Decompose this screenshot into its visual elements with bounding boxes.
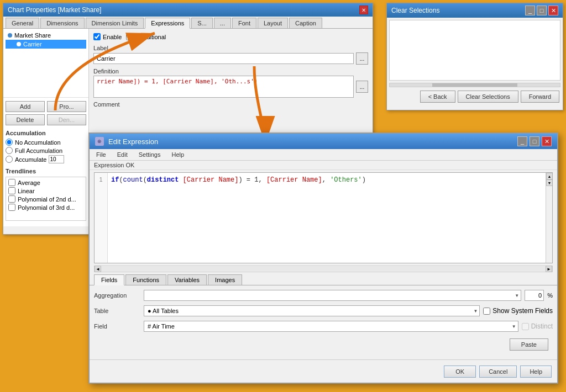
conditional-checkbox[interactable] — [126, 33, 133, 40]
accumulate-option[interactable]: Accumulate — [6, 155, 86, 163]
paste-button[interactable]: Paste — [510, 338, 548, 351]
distinct-checkbox[interactable] — [522, 323, 529, 330]
no-accumulation-radio[interactable] — [6, 139, 13, 146]
sub-tab-fields[interactable]: Fields — [94, 274, 124, 285]
h-scroll-left[interactable]: ◄ — [95, 266, 101, 272]
show-system-fields-wrapper: Show System Fields — [483, 307, 553, 315]
trend-poly3[interactable]: Polynomial of 3rd d... — [7, 203, 85, 211]
chart-close-btn[interactable]: ✕ — [359, 6, 368, 14]
enable-checkbox[interactable] — [93, 33, 101, 40]
help-button[interactable]: Help — [520, 365, 552, 378]
demi-button[interactable]: Den... — [47, 114, 86, 125]
menu-settings[interactable]: Settings — [134, 150, 165, 159]
trend-poly2[interactable]: Polynomial of 2nd d... — [7, 195, 85, 203]
field-select[interactable]: # Air Time — [144, 321, 518, 332]
trend-average-check[interactable] — [8, 179, 15, 186]
tab-layout[interactable]: Layout — [258, 18, 288, 28]
line-numbers: 1 — [95, 173, 108, 263]
aggregation-select[interactable] — [144, 290, 521, 301]
v-scroll-down[interactable]: ▼ — [546, 179, 553, 186]
tree-item-carrier[interactable]: Carrier — [6, 40, 86, 49]
trendlines-section: Trendlines Average Linear Polynomial — [6, 168, 86, 221]
trendlines-title: Trendlines — [6, 168, 86, 174]
tab-dimension-limits[interactable]: Dimension Limits — [86, 18, 144, 28]
tab-general[interactable]: General — [6, 18, 39, 28]
h-scroll-track[interactable] — [101, 267, 546, 271]
sel-max-btn[interactable]: □ — [537, 6, 547, 15]
add-button[interactable]: Add — [6, 101, 45, 112]
enable-checkbox-label[interactable]: Enable — [93, 33, 122, 40]
trend-average[interactable]: Average — [7, 178, 85, 187]
label-row: Label ... — [93, 45, 368, 65]
tree-label-market-share: Market Share — [14, 32, 51, 39]
promo-button[interactable]: Pro... — [47, 101, 86, 112]
sub-tab-images[interactable]: Images — [208, 274, 242, 285]
menu-file[interactable]: File — [92, 150, 111, 159]
definition-ellipsis-btn[interactable]: ... — [356, 81, 368, 93]
tab-dimensions[interactable]: Dimensions — [40, 18, 84, 28]
back-button[interactable]: < Back — [420, 91, 455, 103]
code-area[interactable]: if(count(distinct [Carrier Name]) = 1, [… — [95, 173, 552, 187]
clear-selections-button[interactable]: Clear Selections — [458, 91, 518, 103]
v-scrollbar[interactable]: ▲ ▼ — [546, 173, 552, 263]
full-accumulation-option[interactable]: Full Accumulation — [6, 147, 86, 154]
tree-item-market-share[interactable]: Market Share — [6, 31, 86, 40]
chart-properties-title: Chart Properties [Market Share] — [8, 6, 101, 14]
tab-font[interactable]: Font — [232, 18, 256, 28]
menu-help[interactable]: Help — [167, 150, 188, 159]
tab-ellipsis[interactable]: ... — [214, 18, 231, 28]
table-select-wrapper[interactable]: ● All Tables ▼ — [144, 305, 480, 316]
trend-poly2-check[interactable] — [8, 195, 15, 203]
no-accumulation-option[interactable]: No Accumulation — [6, 139, 86, 146]
sub-tab-functions[interactable]: Functions — [125, 274, 166, 285]
table-row: Table ● All Tables ▼ Show System Fields — [94, 305, 553, 316]
cancel-button[interactable]: Cancel — [479, 365, 517, 378]
sel-scrollbar[interactable] — [389, 83, 560, 87]
definition-input[interactable]: rrier Name]) = 1, [Carrier Name], 'Oth..… — [93, 76, 354, 98]
expr-close-btn[interactable]: ✕ — [542, 136, 552, 146]
forward-button[interactable]: Forward — [521, 91, 559, 103]
edit-expr-icon: ⊕ — [95, 137, 104, 146]
table-select[interactable]: ● All Tables — [144, 305, 480, 316]
show-system-fields-checkbox[interactable] — [483, 308, 490, 315]
full-accumulation-radio[interactable] — [6, 147, 13, 154]
definition-row: Definition rrier Name]) = 1, [Carrier Na… — [93, 68, 368, 98]
percent-symbol: % — [547, 292, 553, 299]
conditional-checkbox-label[interactable]: Conditional — [126, 33, 166, 40]
field-select-wrapper[interactable]: # Air Time ▼ — [144, 321, 518, 332]
tab-s[interactable]: S... — [191, 18, 213, 28]
table-label: Table — [94, 308, 144, 314]
aggregation-select-row: ▼ % — [144, 290, 553, 301]
menu-edit[interactable]: Edit — [113, 150, 132, 159]
delete-row: Delete Den... — [6, 114, 86, 125]
sub-tab-variables[interactable]: Variables — [167, 274, 207, 285]
delete-button[interactable]: Delete — [6, 114, 45, 125]
trend-linear[interactable]: Linear — [7, 187, 85, 195]
tab-expressions[interactable]: Expressions — [145, 18, 190, 29]
h-scrollbar[interactable]: ◄ ► — [94, 266, 553, 272]
field-select-row: # Air Time ▼ Distinct — [144, 321, 553, 332]
tab-caption[interactable]: Caption — [289, 18, 322, 28]
v-scroll-up[interactable]: ▲ — [546, 173, 553, 179]
expression-editor[interactable]: 1 if(count(distinct [Carrier Name]) = 1,… — [94, 172, 553, 263]
percent-input[interactable] — [525, 290, 544, 301]
field-label: Field — [94, 323, 144, 330]
distinct-label: Distinct — [531, 322, 553, 330]
aggregation-select-wrapper[interactable]: ▼ — [144, 290, 521, 301]
trend-linear-check[interactable] — [8, 187, 15, 194]
edit-expression-window: ⊕ Edit Expression _ □ ✕ File Edit Settin… — [88, 133, 558, 384]
label-input[interactable] — [93, 53, 354, 64]
ok-button[interactable]: OK — [444, 365, 476, 378]
trend-poly3-check[interactable] — [8, 204, 15, 211]
h-scroll-right[interactable]: ► — [546, 266, 552, 272]
chart-properties-titlebar: Chart Properties [Market Share] ✕ — [3, 3, 373, 17]
expr-min-btn[interactable]: _ — [517, 136, 527, 146]
expr-max-btn[interactable]: □ — [530, 136, 539, 146]
sel-min-btn[interactable]: _ — [525, 6, 535, 15]
accumulate-value[interactable] — [49, 155, 64, 163]
label-ellipsis-btn[interactable]: ... — [356, 52, 368, 65]
accumulate-radio[interactable] — [6, 156, 13, 163]
line-1: 1 — [95, 176, 107, 183]
sel-close-btn[interactable]: ✕ — [548, 6, 558, 15]
add-promo-row: Add Pro... — [6, 101, 86, 112]
